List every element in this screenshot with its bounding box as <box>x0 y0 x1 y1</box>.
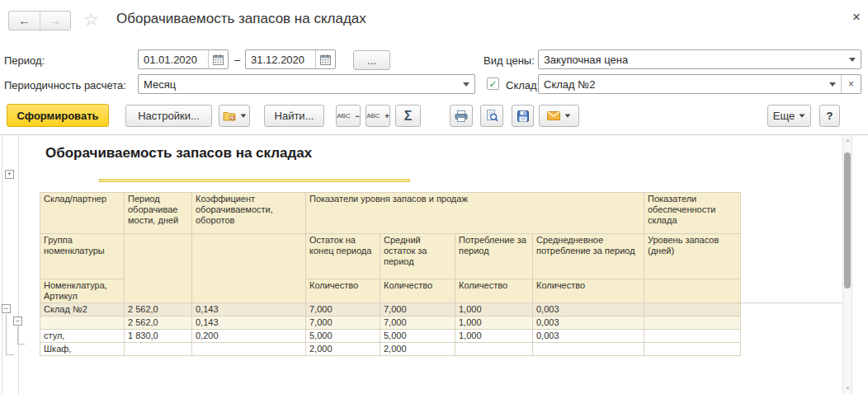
table-cell[interactable]: 2,000 <box>380 343 455 356</box>
table-cell[interactable]: 1,000 <box>455 317 533 330</box>
scrollbar-thumb[interactable] <box>844 152 851 288</box>
header-avg-balance[interactable]: Средний остаток за период <box>380 234 455 279</box>
header-turnover-period[interactable]: Период оборачивае мости, дней <box>125 193 192 234</box>
warehouse-checkbox[interactable]: ✓ <box>487 77 499 90</box>
periodicity-value: Месяц <box>139 78 474 91</box>
table-cell[interactable]: 2,000 <box>306 343 380 356</box>
table-cell[interactable]: 7,000 <box>380 303 455 317</box>
header-quantity[interactable]: Количество <box>306 279 380 303</box>
warehouse-clear-button[interactable]: × <box>841 75 861 93</box>
table-cell[interactable] <box>533 343 644 356</box>
expand-node-button[interactable]: + <box>5 170 14 179</box>
row-name-cell[interactable]: стул, <box>40 330 125 343</box>
report-title: Оборачиваемость запасов на складах <box>45 145 312 162</box>
table-cell[interactable]: 2 562,0 <box>125 317 192 330</box>
header-empty-cell[interactable] <box>192 234 306 303</box>
header-daily-consumption[interactable]: Среднедневное потребление за период <box>533 234 644 279</box>
date-to-calendar-button[interactable] <box>315 50 335 68</box>
header-quantity[interactable]: Количество <box>455 279 533 303</box>
header-quantity[interactable]: Количество <box>533 279 644 303</box>
table-cell[interactable] <box>455 343 533 356</box>
table-cell[interactable]: 2 562,0 <box>125 303 192 317</box>
price-type-combobox[interactable]: Закупочная цена <box>538 49 861 69</box>
row-name-cell[interactable] <box>40 317 125 330</box>
back-button[interactable]: ← <box>9 12 40 30</box>
report-variants-button[interactable] <box>219 105 250 127</box>
table-cell[interactable]: 0,003 <box>533 303 644 317</box>
table-cell[interactable]: 1,000 <box>455 303 533 317</box>
header-empty-cell[interactable] <box>644 279 741 303</box>
table-cell[interactable] <box>644 303 741 317</box>
calendar-icon <box>320 54 331 65</box>
table-cell[interactable]: 1,000 <box>455 330 533 343</box>
collapse-groups-button[interactable]: АВС− <box>336 105 361 127</box>
send-mail-button[interactable] <box>539 105 579 127</box>
warehouse-dropdown-button[interactable] <box>824 75 841 93</box>
help-button[interactable]: ? <box>819 105 840 127</box>
date-from-field[interactable]: 01.01.2020 <box>138 49 229 69</box>
date-from-calendar-button[interactable] <box>208 50 228 68</box>
row-name-cell[interactable]: Склад №2 <box>40 303 125 317</box>
expand-groups-button[interactable]: АВС+ <box>366 105 390 127</box>
header-consumption[interactable]: Потребление за период <box>455 234 533 279</box>
header-supply-group[interactable]: Показатели обеспеченности склада <box>644 193 741 234</box>
periodicity-combobox[interactable]: Месяц <box>138 74 475 94</box>
table-cell[interactable]: 1 830,0 <box>125 330 192 343</box>
more-button[interactable]: Еще <box>767 105 811 127</box>
header-nomenclature-group[interactable]: Группа номенклатуры <box>40 234 125 279</box>
table-cell[interactable]: 0,143 <box>192 303 306 317</box>
preview-icon <box>486 110 498 122</box>
header-end-balance[interactable]: Остаток на конец периода <box>306 234 380 279</box>
price-type-dropdown-button[interactable] <box>844 50 861 68</box>
date-to-value: 31.12.2020 <box>246 54 315 66</box>
print-button[interactable] <box>450 105 473 127</box>
find-label: Найти... <box>275 110 314 122</box>
table-cell[interactable]: 7,000 <box>306 317 380 330</box>
table-cell[interactable] <box>125 343 192 356</box>
favorite-star-icon[interactable]: ☆ <box>83 10 99 30</box>
find-button[interactable]: Найти... <box>264 105 324 127</box>
header-stock-sales-group[interactable]: Показатели уровня запасов и продаж <box>306 193 644 234</box>
save-button[interactable] <box>512 105 534 127</box>
collapse-node-button[interactable]: − <box>2 304 11 313</box>
sum-button[interactable]: Σ <box>395 105 421 127</box>
generate-button[interactable]: Сформировать <box>7 104 109 127</box>
checkmark-icon: ✓ <box>488 79 497 89</box>
window-title: Оборачиваемость запасов на складах <box>116 11 366 27</box>
table-cell[interactable]: 7,000 <box>380 317 455 330</box>
header-turnover-ratio[interactable]: Коэффициент оборачиваемости, оборотов <box>192 193 306 234</box>
table-cell[interactable] <box>644 343 741 356</box>
scroll-down-icon[interactable]: ▼ <box>844 385 851 391</box>
expand-groups-icon: АВС <box>366 112 380 120</box>
header-stock-level[interactable]: Уровень запасов (дней) <box>644 234 741 279</box>
sigma-icon: Σ <box>404 109 413 124</box>
minus-icon: − <box>4 304 8 312</box>
table-cell[interactable]: 5,000 <box>306 330 380 343</box>
table-cell[interactable]: 5,000 <box>380 330 455 343</box>
report-table: Склад/партнер Период оборачивае мости, д… <box>40 192 741 356</box>
table-cell[interactable] <box>644 330 741 343</box>
table-cell[interactable]: 0,200 <box>192 330 306 343</box>
table-cell[interactable]: 7,000 <box>306 303 380 317</box>
table-cell[interactable] <box>192 343 306 356</box>
row-name-cell[interactable]: Шкаф, <box>40 343 125 356</box>
table-cell[interactable] <box>644 317 741 330</box>
table-cell[interactable]: 0,143 <box>192 317 306 330</box>
date-to-field[interactable]: 31.12.2020 <box>245 49 336 69</box>
print-preview-button[interactable] <box>480 105 503 127</box>
collapse-node-button[interactable]: − <box>13 317 22 326</box>
forward-button[interactable]: → <box>40 12 70 30</box>
header-empty-cell[interactable] <box>125 234 192 303</box>
close-icon[interactable]: × <box>852 9 861 26</box>
envelope-icon <box>547 111 560 120</box>
table-cell[interactable]: 0,003 <box>533 317 644 330</box>
periodicity-dropdown-button[interactable] <box>458 75 474 93</box>
header-nomenclature[interactable]: Номенклатура, Артикул <box>40 279 125 303</box>
period-more-button[interactable]: ... <box>353 50 390 70</box>
scroll-up-icon[interactable]: ▲ <box>844 137 851 143</box>
table-cell[interactable]: 0,003 <box>533 330 644 343</box>
settings-button[interactable]: Настройки... <box>125 105 212 127</box>
warehouse-combobox[interactable]: Склад №2 × <box>538 74 861 94</box>
header-quantity[interactable]: Количество <box>380 279 455 303</box>
header-warehouse-partner[interactable]: Склад/партнер <box>40 193 125 234</box>
